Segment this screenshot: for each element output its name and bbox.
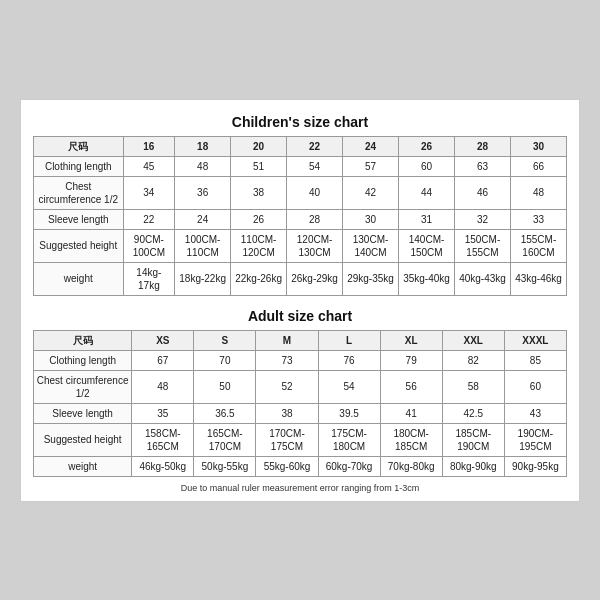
cell-value: 100CM-110CM <box>175 229 231 262</box>
cell-value: 41 <box>380 403 442 423</box>
cell-value: 54 <box>287 156 343 176</box>
row-label: Sleeve length <box>34 403 132 423</box>
row-label: Suggested height <box>34 229 124 262</box>
cell-value: 42.5 <box>442 403 504 423</box>
cell-value: 31 <box>399 209 455 229</box>
cell-value: 90CM-100CM <box>123 229 175 262</box>
children-col-header: 18 <box>175 136 231 156</box>
cell-value: 170CM-175CM <box>256 423 318 456</box>
row-label: Clothing length <box>34 350 132 370</box>
cell-value: 82 <box>442 350 504 370</box>
cell-value: 14kg-17kg <box>123 262 175 295</box>
cell-value: 48 <box>510 176 566 209</box>
cell-value: 155CM-160CM <box>510 229 566 262</box>
cell-value: 185CM-190CM <box>442 423 504 456</box>
cell-value: 79 <box>380 350 442 370</box>
cell-value: 120CM-130CM <box>287 229 343 262</box>
row-label: Chest circumference 1/2 <box>34 176 124 209</box>
cell-value: 36 <box>175 176 231 209</box>
cell-value: 76 <box>318 350 380 370</box>
cell-value: 52 <box>256 370 318 403</box>
cell-value: 63 <box>455 156 511 176</box>
cell-value: 30 <box>343 209 399 229</box>
cell-value: 67 <box>132 350 194 370</box>
table-row: Sleeve length3536.53839.54142.543 <box>34 403 567 423</box>
cell-value: 50 <box>194 370 256 403</box>
cell-value: 70kg-80kg <box>380 456 442 476</box>
cell-value: 110CM-120CM <box>231 229 287 262</box>
adult-col-header: L <box>318 330 380 350</box>
cell-value: 46kg-50kg <box>132 456 194 476</box>
children-col-header: 30 <box>510 136 566 156</box>
row-label: Sleeve length <box>34 209 124 229</box>
children-chart-title: Children's size chart <box>33 110 567 136</box>
cell-value: 55kg-60kg <box>256 456 318 476</box>
cell-value: 35 <box>132 403 194 423</box>
cell-value: 158CM-165CM <box>132 423 194 456</box>
table-row: Sleeve length2224262830313233 <box>34 209 567 229</box>
cell-value: 38 <box>256 403 318 423</box>
children-col-header: 16 <box>123 136 175 156</box>
adult-col-header: XL <box>380 330 442 350</box>
cell-value: 22 <box>123 209 175 229</box>
table-row: Suggested height158CM-165CM165CM-170CM17… <box>34 423 567 456</box>
cell-value: 22kg-26kg <box>231 262 287 295</box>
row-label: Suggested height <box>34 423 132 456</box>
cell-value: 80kg-90kg <box>442 456 504 476</box>
children-col-header: 20 <box>231 136 287 156</box>
cell-value: 180CM-185CM <box>380 423 442 456</box>
table-row: Suggested height90CM-100CM100CM-110CM110… <box>34 229 567 262</box>
row-label: Clothing length <box>34 156 124 176</box>
cell-value: 190CM-195CM <box>504 423 566 456</box>
table-row: weight46kg-50kg50kg-55kg55kg-60kg60kg-70… <box>34 456 567 476</box>
cell-value: 60kg-70kg <box>318 456 380 476</box>
cell-value: 45 <box>123 156 175 176</box>
cell-value: 33 <box>510 209 566 229</box>
table-row: Clothing length4548515457606366 <box>34 156 567 176</box>
children-col-header: 28 <box>455 136 511 156</box>
table-row: Chest circumference 1/248505254565860 <box>34 370 567 403</box>
cell-value: 50kg-55kg <box>194 456 256 476</box>
cell-value: 60 <box>399 156 455 176</box>
cell-value: 35kg-40kg <box>399 262 455 295</box>
cell-value: 57 <box>343 156 399 176</box>
cell-value: 175CM-180CM <box>318 423 380 456</box>
cell-value: 130CM-140CM <box>343 229 399 262</box>
adult-col-header: S <box>194 330 256 350</box>
cell-value: 73 <box>256 350 318 370</box>
cell-value: 56 <box>380 370 442 403</box>
footnote: Due to manual ruler measurement error ra… <box>33 477 567 493</box>
adult-col-header: 尺码 <box>34 330 132 350</box>
cell-value: 48 <box>175 156 231 176</box>
cell-value: 85 <box>504 350 566 370</box>
cell-value: 58 <box>442 370 504 403</box>
adult-col-header: M <box>256 330 318 350</box>
adult-col-header: XS <box>132 330 194 350</box>
table-row: Clothing length67707376798285 <box>34 350 567 370</box>
adult-col-header: XXL <box>442 330 504 350</box>
chart-container: Children's size chart 尺码1618202224262830… <box>20 99 580 502</box>
cell-value: 70 <box>194 350 256 370</box>
cell-value: 26 <box>231 209 287 229</box>
cell-value: 36.5 <box>194 403 256 423</box>
table-row: Chest circumference 1/23436384042444648 <box>34 176 567 209</box>
children-col-header: 尺码 <box>34 136 124 156</box>
children-col-header: 26 <box>399 136 455 156</box>
cell-value: 40kg-43kg <box>455 262 511 295</box>
cell-value: 66 <box>510 156 566 176</box>
cell-value: 90kg-95kg <box>504 456 566 476</box>
adult-chart-title: Adult size chart <box>33 304 567 330</box>
cell-value: 51 <box>231 156 287 176</box>
cell-value: 40 <box>287 176 343 209</box>
row-label: weight <box>34 262 124 295</box>
cell-value: 44 <box>399 176 455 209</box>
cell-value: 24 <box>175 209 231 229</box>
cell-value: 140CM-150CM <box>399 229 455 262</box>
cell-value: 43 <box>504 403 566 423</box>
cell-value: 150CM-155CM <box>455 229 511 262</box>
row-label: weight <box>34 456 132 476</box>
cell-value: 29kg-35kg <box>343 262 399 295</box>
cell-value: 43kg-46kg <box>510 262 566 295</box>
cell-value: 26kg-29kg <box>287 262 343 295</box>
children-table: 尺码1618202224262830 Clothing length454851… <box>33 136 567 296</box>
